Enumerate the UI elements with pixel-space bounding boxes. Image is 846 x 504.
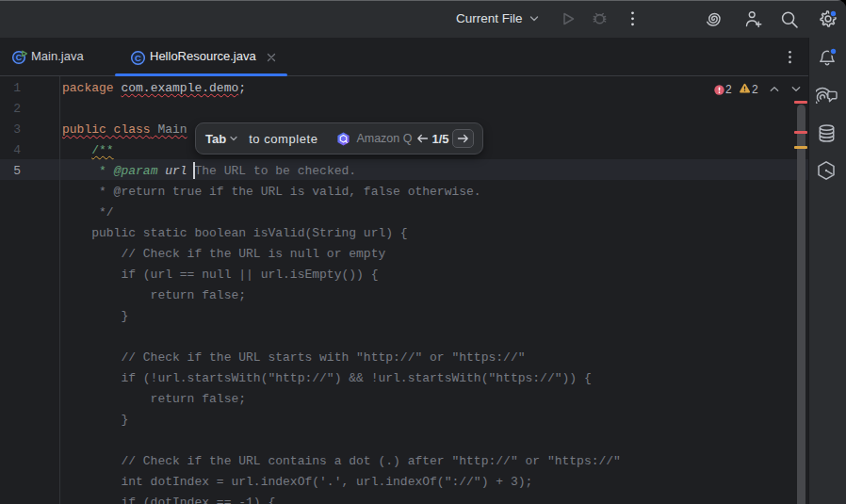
- svg-text:C: C: [135, 53, 141, 63]
- svg-text:C: C: [16, 53, 23, 62]
